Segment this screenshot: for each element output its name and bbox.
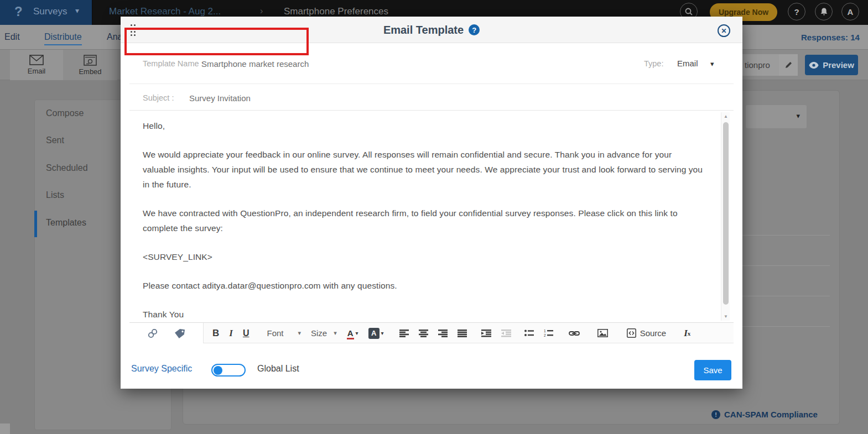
breadcrumb-separator: › [260, 6, 263, 16]
font-dropdown[interactable]: Font ▾ [267, 328, 301, 338]
numbered-list-button[interactable]: 1 2 [544, 330, 553, 337]
source-label: Source [640, 328, 667, 338]
insert-tag-button[interactable] [174, 328, 186, 338]
chevron-down-icon[interactable]: ▾ [710, 60, 714, 68]
info-icon: ! [711, 410, 720, 419]
responses-count[interactable]: Responses: 14 [801, 33, 860, 42]
modal-title: Email Template [383, 24, 464, 36]
italic-button[interactable]: I [229, 328, 233, 339]
help-button[interactable]: ? [788, 3, 805, 20]
insert-survey-link-button[interactable] [147, 328, 158, 339]
logo-block[interactable]: ? Surveys ▾ [0, 0, 92, 25]
source-icon [627, 328, 636, 338]
toolbar-format-group: B I U Font ▾ Size ▾ A ▾ A ▾ [212, 323, 734, 343]
sidebar-item-templates[interactable]: Templates [46, 218, 86, 228]
scroll-down-icon[interactable]: ▼ [721, 314, 730, 319]
tab-distribute[interactable]: Distribute [44, 32, 82, 45]
sidebar-item-sent[interactable]: Sent [46, 135, 64, 145]
preview-label: Preview [823, 60, 854, 70]
template-name-label: Template Name : [143, 59, 204, 68]
underline-button[interactable]: U [243, 328, 250, 338]
chevron-down-icon: ▾ [298, 330, 301, 337]
bold-button[interactable]: B [212, 328, 219, 339]
remove-format-button[interactable]: Ix [684, 328, 690, 339]
indent-icon [481, 330, 491, 337]
outdent-icon [501, 330, 511, 337]
account-avatar[interactable]: A [841, 3, 859, 20]
editor-paragraph: Please contact aditya.datar@questionpro.… [143, 278, 704, 293]
chevron-down-icon: ▾ [381, 330, 384, 336]
align-center-button[interactable] [419, 330, 428, 337]
editor-paragraph: <SURVEY_LINK> [143, 249, 704, 264]
chevron-down-icon: ▾ [75, 6, 79, 15]
edit-url-button[interactable] [779, 54, 798, 76]
editor-paragraph: We would appreciate your feedback in our… [143, 147, 704, 192]
editor-scrollbar[interactable]: ▲ ▼ [721, 112, 730, 321]
chevron-down-icon: ▾ [796, 112, 800, 120]
divider [739, 296, 830, 296]
background-color-button[interactable]: A ▾ [368, 328, 384, 339]
bulleted-list-icon [524, 330, 534, 337]
survey-specific-label[interactable]: Survey Specific [131, 364, 192, 374]
help-icon[interactable]: ? [469, 24, 480, 35]
active-item-indicator [34, 211, 37, 237]
editor-paragraph: Thank You [143, 307, 704, 322]
email-body-editor[interactable]: Hello, We would appreciate your feedback… [129, 111, 721, 322]
product-menu-surveys[interactable]: Surveys [33, 6, 67, 17]
canspam-label: CAN-SPAM Compliance [724, 410, 818, 419]
increase-indent-button[interactable] [481, 330, 491, 337]
source-button[interactable]: Source [627, 328, 667, 338]
canspam-compliance-link[interactable]: ! CAN-SPAM Compliance [711, 410, 818, 419]
sidebar-item-scheduled[interactable]: Scheduled [46, 163, 88, 173]
global-list-label[interactable]: Global List [257, 364, 299, 374]
text-color-icon: A [347, 328, 354, 338]
annotation-highlight-box [124, 28, 309, 55]
scrollbar-thumb[interactable] [723, 122, 729, 305]
numbered-list-icon: 1 2 [544, 330, 553, 337]
insert-link-button[interactable] [569, 330, 580, 337]
tag-icon [174, 328, 186, 338]
toolbar-custom-group [129, 323, 204, 343]
text-color-button[interactable]: A ▾ [347, 328, 358, 338]
svg-text:1: 1 [544, 330, 546, 333]
channel-tab-email[interactable]: Email [10, 50, 63, 80]
list-scope-toggle[interactable] [211, 364, 246, 377]
eye-icon [809, 62, 819, 69]
breadcrumb-survey-link[interactable]: Market Research - Aug 2... [109, 6, 221, 17]
editor-toolbar: B I U Font ▾ Size ▾ A ▾ A ▾ [129, 322, 734, 343]
save-button[interactable]: Save [694, 360, 731, 380]
divider [739, 265, 830, 266]
insert-image-button[interactable] [597, 329, 608, 337]
channel-tab-embed[interactable]: Embed [63, 50, 117, 80]
align-right-button[interactable] [438, 330, 448, 337]
search-icon [684, 7, 693, 16]
align-left-button[interactable] [399, 330, 409, 337]
image-icon [597, 329, 608, 337]
notifications-button[interactable] [815, 3, 833, 20]
sidebar-item-lists[interactable]: Lists [46, 190, 64, 200]
type-select-value[interactable]: Email [677, 59, 698, 68]
type-label: Type: [644, 59, 663, 68]
link-icon [569, 330, 580, 337]
bulleted-list-button[interactable] [524, 330, 534, 337]
decrease-indent-button[interactable] [501, 330, 511, 337]
preview-button[interactable]: Preview [805, 55, 858, 75]
justify-button[interactable] [458, 330, 467, 337]
svg-text:2: 2 [544, 333, 546, 337]
breadcrumb-page-name: Smartphone Preferences [284, 6, 388, 17]
editor-paragraph: Hello, [143, 118, 704, 133]
background-dropdown[interactable]: ▾ [746, 105, 807, 128]
avatar-initial: A [848, 7, 854, 17]
template-name-input[interactable]: Smartphone market research [201, 59, 309, 69]
tab-edit[interactable]: Edit [4, 32, 20, 42]
chain-link-icon [147, 328, 158, 339]
close-icon[interactable]: ✕ [718, 24, 730, 37]
subject-label: Subject : [143, 93, 174, 102]
sidebar-item-compose[interactable]: Compose [46, 108, 84, 118]
subject-input[interactable]: Survey Invitation [189, 93, 251, 103]
chevron-down-icon: ▾ [334, 330, 337, 337]
size-dropdown[interactable]: Size ▾ [311, 328, 337, 338]
toggle-knob [214, 366, 222, 375]
scroll-up-icon[interactable]: ▲ [721, 114, 730, 119]
divider [739, 326, 830, 327]
